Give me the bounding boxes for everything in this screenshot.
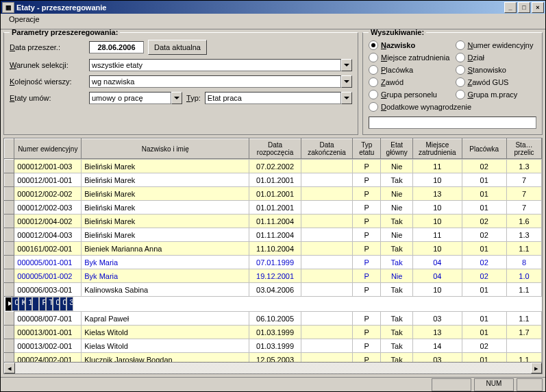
contract-select[interactable] [89, 92, 171, 104]
radio-dot-icon [456, 53, 465, 62]
scroll-right-icon[interactable]: ▸ [531, 363, 542, 373]
cell: 000012/002-002 [14, 187, 82, 201]
radio-grupa-m.pracy[interactable]: Grupa m.pracy [456, 89, 537, 100]
col-header[interactable]: Sta… przelic [506, 139, 541, 159]
cell: Nie [381, 160, 413, 173]
cell: 000012/004-002 [14, 215, 82, 228]
row-header [5, 215, 14, 228]
cond-select[interactable] [89, 59, 341, 71]
table-row[interactable]: 000024/002-001Klucznik Jarosław Bogdan12… [5, 353, 542, 363]
menu-operacje[interactable]: Operacje [5, 14, 44, 25]
col-header[interactable]: Data zakończenia [301, 139, 353, 159]
data-grid[interactable]: Numer ewidencyjnyNazwisko i imięData roz… [3, 138, 543, 374]
chevron-down-icon[interactable] [341, 92, 352, 104]
radio-dział[interactable]: Dział [456, 52, 537, 63]
col-header[interactable]: Placówka [462, 139, 506, 159]
cell: P [353, 201, 381, 215]
cell: Nie [381, 201, 413, 215]
table-row[interactable]: 000013/001-001Kielas Witold01.03.1999PTa… [5, 326, 542, 339]
cell: 01.03.1999 [249, 339, 301, 353]
cell: 01.01.2001 [249, 201, 301, 215]
table-row[interactable]: 000012/004-002Bieliński Marek01.11.2004P… [5, 215, 542, 228]
close-button[interactable]: × [532, 2, 544, 13]
cell: 1.1 [506, 353, 541, 363]
cell: P [353, 283, 381, 297]
cell: P [39, 297, 46, 311]
cell: Tak [381, 326, 413, 339]
maximize-button[interactable]: □ [518, 2, 530, 13]
table-row[interactable]: 000012/002-003Bieliński Marek01.01.2001P… [5, 201, 542, 215]
cell: 7 [506, 173, 541, 187]
col-header[interactable]: Nazwisko i imię [82, 139, 249, 159]
horizontal-scrollbar[interactable]: ◂ ▸ [4, 362, 542, 373]
cell [301, 228, 353, 242]
search-fieldset: NazwiskoNumer ewidencyjnyMiejsce zatrudn… [362, 32, 543, 135]
col-header[interactable]: Etat główny [381, 139, 413, 159]
cell: 01.11.2004 [249, 215, 301, 228]
table-row[interactable]: 000006/003-001Kalinowska Sabina03.04.200… [5, 283, 542, 297]
cell: Nie [381, 187, 413, 201]
radio-miejsce-zatrudnienia[interactable]: Miejsce zatrudnienia [369, 52, 450, 63]
cell: 8 [506, 256, 541, 269]
table-row[interactable]: 000013/002-001Kielas Witold01.03.1999PTa… [5, 339, 542, 353]
table-row[interactable]: 000005/001-001Byk Maria07.01.1999PTak040… [5, 256, 542, 269]
cell: Nie [381, 228, 413, 242]
radio-zawód[interactable]: Zawód [369, 77, 450, 88]
table-row[interactable]: 000012/002-002Bieliński Marek01.01.2001P… [5, 187, 542, 201]
scroll-track[interactable] [15, 363, 531, 373]
cell: 1.6 [506, 215, 541, 228]
radio-placówka[interactable]: Placówka [369, 64, 450, 75]
radio-dot-icon [369, 40, 378, 50]
cell: 1.3 [506, 228, 541, 242]
table-row[interactable]: 000008/007-001Kapral Paweł06.10.2005PTak… [5, 312, 542, 326]
cell: 01.03.1999 [249, 326, 301, 339]
cell: 10 [413, 173, 462, 187]
minimize-button[interactable]: _ [504, 2, 517, 13]
chevron-down-icon[interactable] [341, 75, 352, 88]
cell [301, 353, 353, 363]
table-row[interactable]: 000001/002-001Kamińska Ilona10.01.2006PT… [5, 297, 14, 311]
col-header[interactable]: Numer ewidencyjny [14, 139, 82, 159]
cell: 01.01.2001 [249, 173, 301, 187]
cell: P [353, 269, 381, 283]
row-header [5, 339, 14, 353]
type-select[interactable] [205, 92, 341, 104]
table-row[interactable]: 000012/004-003Bieliński Marek01.11.2004P… [5, 228, 542, 242]
cell [301, 173, 353, 187]
cell: P [353, 215, 381, 228]
col-header[interactable]: Miejsce zatrudnienia [413, 139, 462, 159]
radio-dodatkowe-wynagrodzenie[interactable]: Dodatkowe wynagrodzenie [369, 101, 536, 112]
radio-numer-ewidencyjny[interactable]: Numer ewidencyjny [456, 40, 537, 51]
cell [301, 326, 353, 339]
current-date-button[interactable]: Data aktualna [148, 40, 207, 55]
cell: Byk Maria [82, 256, 249, 269]
status-cell-grip [517, 378, 543, 391]
cell: P [353, 339, 381, 353]
order-select[interactable] [89, 75, 341, 88]
search-input[interactable] [369, 117, 536, 129]
radio-nazwisko[interactable]: Nazwisko [369, 40, 450, 51]
table-row[interactable]: 000005/001-002Byk Maria19.12.2001PNie040… [5, 269, 542, 283]
scroll-left-icon[interactable]: ◂ [4, 363, 15, 373]
cell: 01 [462, 283, 506, 297]
chevron-down-icon[interactable] [341, 59, 352, 71]
date-input[interactable] [89, 41, 144, 53]
radio-dot-icon [456, 77, 465, 87]
table-row[interactable]: 000012/001-001Bieliński Marek01.01.2001P… [5, 173, 542, 187]
cell: 03 [413, 353, 462, 363]
col-header[interactable]: Data rozpoczęcia [249, 139, 301, 159]
table-row[interactable]: 000012/001-003Bieliński Marek07.02.2002P… [5, 160, 542, 173]
col-header[interactable]: Typ etatu [353, 139, 381, 159]
cell: 07.02.2002 [249, 160, 301, 173]
radio-zawód-gus[interactable]: Zawód GUS [456, 77, 537, 88]
table-row[interactable]: 000161/002-001Bieniek Marianna Anna11.10… [5, 242, 542, 256]
cell [301, 215, 353, 228]
radio-grupa-personelu[interactable]: Grupa personelu [369, 89, 450, 100]
corner-cell [5, 139, 14, 159]
chevron-down-icon[interactable] [171, 92, 182, 104]
titlebar[interactable]: ▦ Etaty - przeszeregowanie _ □ × [1, 1, 545, 14]
cell: 01 [462, 326, 506, 339]
cell: 1.1 [506, 283, 541, 297]
cell [301, 269, 353, 283]
radio-stanowisko[interactable]: Stanowisko [456, 64, 537, 75]
